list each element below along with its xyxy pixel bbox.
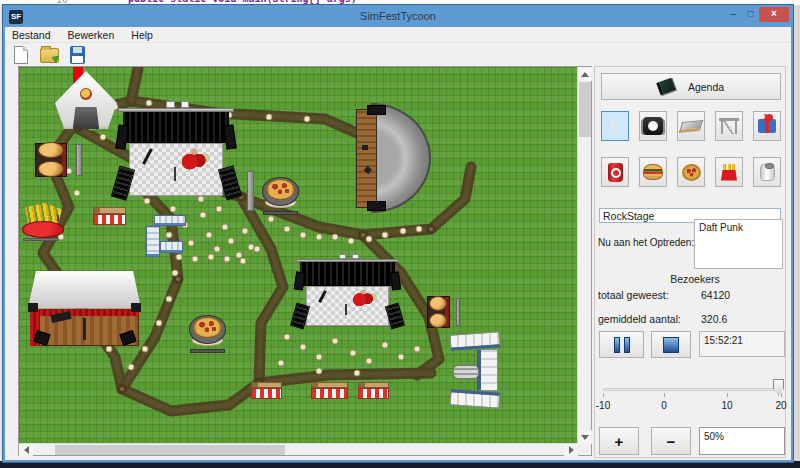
map-barn-stage[interactable] xyxy=(28,271,141,346)
roof-brace xyxy=(28,303,38,313)
burger-icon xyxy=(643,164,663,180)
visitors-header: Bezoekers xyxy=(615,273,775,285)
map-pizza-stand[interactable] xyxy=(259,173,303,215)
cursor-icon xyxy=(608,117,622,135)
open-file-button[interactable] xyxy=(38,45,60,65)
zoom-out-button[interactable]: − xyxy=(651,427,691,455)
total-visitors-label: totaal geweest: xyxy=(598,289,669,301)
scaffold-icon xyxy=(719,118,739,134)
map-horizontal-scrollbar[interactable] xyxy=(19,443,578,455)
scrollbar-corner xyxy=(577,443,591,455)
now-playing-box: Daft Punk xyxy=(694,219,783,269)
map-striped-stand[interactable] xyxy=(93,207,126,225)
mic-stand xyxy=(345,304,347,315)
burger xyxy=(429,296,447,311)
map-fries-stand[interactable] xyxy=(21,203,71,241)
map-rock-stage[interactable] xyxy=(116,101,236,201)
speaker xyxy=(294,272,305,291)
map-bench-v[interactable] xyxy=(247,171,254,211)
spotlight-tool-button[interactable] xyxy=(639,111,667,141)
map-amphitheater[interactable] xyxy=(356,103,431,213)
window-title: SimFestTycoon xyxy=(5,10,791,22)
striped-awning xyxy=(251,388,282,399)
map-burger-stand[interactable] xyxy=(33,141,85,179)
burger-tool-button[interactable] xyxy=(639,157,667,187)
select-tool-button[interactable] xyxy=(601,111,629,141)
map-pipes[interactable] xyxy=(453,365,479,379)
wooden-deck xyxy=(356,109,377,208)
app-window: SF SimFestTycoon – □ × Bestand Bewerken … xyxy=(3,5,793,462)
average-visitors-value: 320.6 xyxy=(701,313,727,325)
spotlight-icon xyxy=(643,117,663,135)
slider-handle[interactable] xyxy=(773,379,784,396)
scroll-up-arrow[interactable] xyxy=(578,67,592,81)
scroll-right-arrow[interactable] xyxy=(564,444,578,456)
map-pizza-stand[interactable] xyxy=(186,311,230,353)
zoom-in-button[interactable]: + xyxy=(599,427,639,455)
speaker xyxy=(367,201,387,211)
menu-help[interactable]: Help xyxy=(124,27,160,41)
map-area xyxy=(18,66,592,456)
background-right-strip xyxy=(793,5,800,461)
vertical-scroll-thumb[interactable] xyxy=(579,82,591,137)
map-barrier-group[interactable] xyxy=(146,215,190,257)
speed-slider[interactable]: -1001020 xyxy=(595,367,787,419)
menu-bestand[interactable]: Bestand xyxy=(5,27,58,41)
fries-tool-button[interactable] xyxy=(715,157,743,187)
stop-icon xyxy=(663,337,679,353)
left-triangle-icon xyxy=(24,446,29,454)
slider-track[interactable] xyxy=(603,388,782,391)
stand-counter xyxy=(93,207,126,214)
maximize-button[interactable]: □ xyxy=(742,7,759,22)
stop-button[interactable] xyxy=(651,331,691,358)
bench xyxy=(23,238,58,241)
tent-logo xyxy=(80,88,92,100)
menu-bar: Bestand Bewerken Help xyxy=(5,27,791,43)
toilet-row xyxy=(449,389,500,409)
new-file-button[interactable] xyxy=(10,45,32,65)
scaffold-tool-button[interactable] xyxy=(715,111,743,141)
striped-awning xyxy=(93,214,126,225)
pause-button[interactable] xyxy=(599,331,644,358)
amphitheater-bowl xyxy=(371,103,431,213)
map-burger-stand[interactable] xyxy=(426,295,462,329)
speaker xyxy=(367,105,387,115)
menu-bewerken[interactable]: Bewerken xyxy=(61,27,122,41)
map-striped-stand[interactable] xyxy=(251,382,282,399)
striped-awning xyxy=(311,388,348,399)
title-bar[interactable]: SF SimFestTycoon – □ × xyxy=(5,7,791,27)
gift-tool-button[interactable] xyxy=(753,111,781,141)
slider-tick-mark xyxy=(603,393,604,397)
map-striped-stand[interactable] xyxy=(311,382,348,399)
toolbar xyxy=(5,44,791,66)
close-button[interactable]: × xyxy=(759,7,789,22)
stage-flag xyxy=(181,101,189,108)
map-rock-stage[interactable] xyxy=(294,254,401,330)
toilet-tool-button[interactable] xyxy=(753,157,781,187)
tool-row-1 xyxy=(601,111,781,141)
zoom-level-display: 50% xyxy=(699,427,785,455)
map-viewport[interactable] xyxy=(19,67,578,444)
stage-tool-button[interactable] xyxy=(677,111,705,141)
map-striped-stand[interactable] xyxy=(358,382,389,399)
pizza-tool-button[interactable] xyxy=(677,157,705,187)
horizontal-scroll-thumb[interactable] xyxy=(55,445,285,455)
trash-tool-button[interactable] xyxy=(601,157,629,187)
toilet-row xyxy=(477,349,498,390)
scroll-down-arrow[interactable] xyxy=(578,430,592,444)
slider-tick-mark xyxy=(727,393,728,397)
bench xyxy=(456,298,460,327)
agenda-label: Agenda xyxy=(688,81,724,93)
scroll-left-arrow[interactable] xyxy=(19,444,33,456)
map-entrance-tent[interactable] xyxy=(53,71,119,129)
save-file-button[interactable] xyxy=(66,45,88,65)
map-vertical-scrollbar[interactable] xyxy=(577,67,591,444)
new-file-icon xyxy=(14,46,28,64)
open-file-icon xyxy=(40,48,59,63)
agenda-button[interactable]: Agenda xyxy=(601,73,781,100)
bench xyxy=(190,349,225,353)
minimize-button[interactable]: – xyxy=(725,7,742,22)
mic-stand xyxy=(83,318,85,341)
average-visitors-label: gemiddeld aantal: xyxy=(598,313,681,325)
now-playing-value: Daft Punk xyxy=(699,222,743,233)
